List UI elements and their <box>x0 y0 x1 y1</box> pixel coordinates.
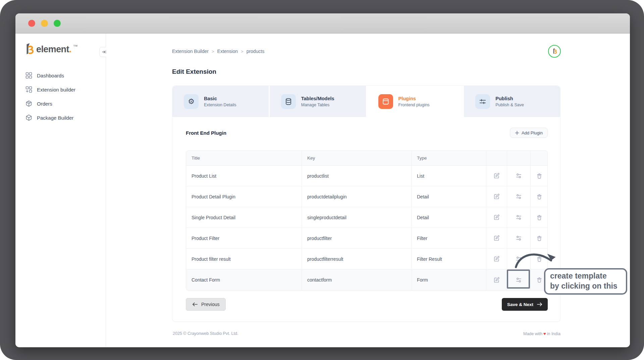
delete-plugin-button[interactable] <box>530 249 548 269</box>
annotation-line2: by clicking on this <box>550 281 621 291</box>
column-header-actions <box>507 151 530 165</box>
table-row: Product Detail Plugin productdetailplugi… <box>186 186 547 207</box>
tab-title: Plugins <box>398 96 430 102</box>
heart-icon: ♥ <box>542 331 547 336</box>
orders-box-icon <box>25 100 32 107</box>
tab-title: Tables/Models <box>301 96 334 102</box>
tab-title: Publish <box>495 96 524 102</box>
brand-trademark: TM <box>73 44 78 47</box>
add-plugin-button[interactable]: Add Plugin <box>510 128 548 138</box>
tab-subtitle: Frontend plugins <box>398 103 430 107</box>
cell-key: productfilterresult <box>302 249 411 269</box>
create-template-button[interactable] <box>507 207 530 228</box>
tab-tables-models[interactable]: Tables/Models Manage Tables <box>270 86 366 117</box>
desktop-background: element. TM Dashboards <box>0 0 644 360</box>
create-template-button[interactable] <box>507 228 530 248</box>
cell-title: Product filter result <box>186 249 302 269</box>
settings-sliders-icon <box>516 193 522 200</box>
breadcrumb-separator: > <box>212 49 214 54</box>
edit-extension-card: ⚙ Basic Extension Details <box>172 85 560 322</box>
edit-icon <box>493 173 500 179</box>
footer-made-with: Made with♥in India <box>523 331 560 336</box>
footer-copyright: 2025 © Crayonweb Studio Pvt. Ltd. <box>173 331 238 336</box>
column-header-actions <box>530 151 548 165</box>
edit-plugin-button[interactable] <box>486 207 507 228</box>
delete-plugin-button[interactable] <box>530 166 548 186</box>
plugins-table: Title Key Type Product List productlist … <box>186 151 548 291</box>
previous-label: Previous <box>201 302 219 307</box>
tab-subtitle: Extension Details <box>204 103 236 107</box>
cell-key: productlist <box>302 166 411 186</box>
create-template-button[interactable] <box>507 186 530 207</box>
annotation-line1: create template <box>550 271 621 281</box>
trash-icon <box>536 235 542 241</box>
cell-title: Product List <box>186 166 302 186</box>
tab-basic[interactable]: ⚙ Basic Extension Details <box>172 86 269 117</box>
edit-plugin-button[interactable] <box>486 186 507 207</box>
window-titlebar <box>15 13 630 34</box>
create-template-button[interactable] <box>507 249 530 269</box>
browser-window-icon <box>378 94 393 109</box>
table-row: Contact Form contactform Form <box>186 269 547 290</box>
previous-button[interactable]: Previous <box>186 298 226 311</box>
settings-sliders-icon <box>516 235 522 241</box>
sidebar-nav: Dashboards Extension builder <box>15 68 106 125</box>
package-builder-icon <box>25 114 32 121</box>
footer: 2025 © Crayonweb Studio Pvt. Ltd. Made w… <box>173 331 560 336</box>
arrow-right-icon <box>537 302 542 307</box>
app-window: element. TM Dashboards <box>15 13 630 347</box>
edit-plugin-button[interactable] <box>486 249 507 269</box>
breadcrumb-extension[interactable]: Extension <box>217 49 238 54</box>
cell-type: Detail <box>411 207 486 228</box>
table-row: Product filter result productfilterresul… <box>186 249 547 269</box>
trash-icon <box>536 173 542 179</box>
plus-icon <box>515 131 519 135</box>
table-row: Product Filter productfilter Filter <box>186 228 547 249</box>
arrow-left-icon <box>192 302 198 307</box>
brand-dot: . <box>69 44 71 54</box>
brand-logo[interactable]: element. TM <box>24 43 77 56</box>
cell-type: Detail <box>411 186 486 207</box>
edit-plugin-button[interactable] <box>486 166 507 186</box>
front-end-plugin-heading: Front End Plugin <box>186 130 226 136</box>
sidebar-item-orders[interactable]: Orders <box>15 97 106 111</box>
close-window-button[interactable] <box>28 20 35 27</box>
sidebar-item-package-builder[interactable]: Package Builder <box>15 111 106 125</box>
cell-title: Product Detail Plugin <box>186 186 302 207</box>
save-next-button[interactable]: Save & Next <box>502 298 548 311</box>
cell-key: productfilter <box>302 228 411 248</box>
edit-icon <box>493 277 500 283</box>
cell-type: Filter <box>411 228 486 248</box>
sidebar-item-label: Dashboards <box>37 73 64 78</box>
zoom-window-button[interactable] <box>54 20 61 27</box>
breadcrumb-extension-builder[interactable]: Extension Builder <box>172 49 209 54</box>
brand-mark-icon <box>24 43 34 56</box>
edit-plugin-button[interactable] <box>486 269 507 290</box>
edit-icon <box>493 214 500 221</box>
user-avatar[interactable] <box>548 45 561 58</box>
edit-plugin-button[interactable] <box>486 228 507 248</box>
edit-icon <box>493 235 500 241</box>
cell-key: productdetailplugin <box>302 186 411 207</box>
create-template-button-highlighted[interactable] <box>507 269 530 290</box>
sidebar-item-label: Orders <box>37 101 52 107</box>
table-header-row: Title Key Type <box>186 151 547 166</box>
sidebar-item-extension-builder[interactable]: Extension builder <box>15 82 106 97</box>
sidebar-item-dashboards[interactable]: Dashboards <box>15 68 106 82</box>
tab-plugins[interactable]: Plugins Frontend plugins <box>367 86 463 117</box>
create-template-button[interactable] <box>507 166 530 186</box>
database-icon <box>281 94 296 109</box>
column-header-key: Key <box>302 151 411 165</box>
delete-plugin-button[interactable] <box>530 186 548 207</box>
tab-subtitle: Publish & Save <box>495 103 524 107</box>
tab-publish[interactable]: Publish Publish & Save <box>464 86 560 117</box>
delete-plugin-button[interactable] <box>530 228 548 248</box>
breadcrumb-products[interactable]: products <box>247 49 265 54</box>
save-next-label: Save & Next <box>507 302 533 307</box>
cell-key: singleproductdetail <box>302 207 411 228</box>
delete-plugin-button[interactable] <box>530 207 548 228</box>
sidebar-item-label: Extension builder <box>37 87 75 93</box>
column-header-actions <box>486 151 507 165</box>
step-tabs: ⚙ Basic Extension Details <box>172 86 560 117</box>
minimize-window-button[interactable] <box>41 20 48 27</box>
